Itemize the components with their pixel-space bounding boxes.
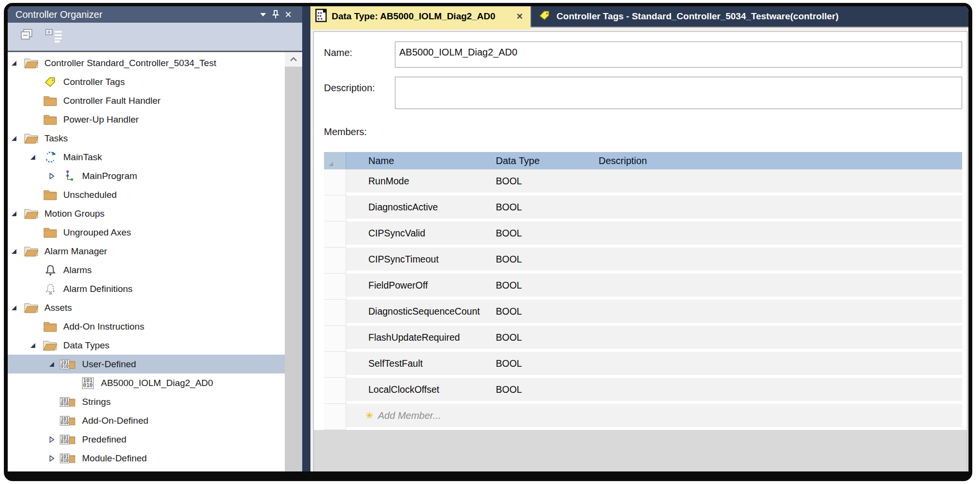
row-selector[interactable]: [324, 248, 346, 274]
tree-item-alarm-manager[interactable]: Alarm Manager: [8, 242, 285, 261]
tag-icon: [39, 76, 61, 88]
collapse-all-icon[interactable]: [17, 28, 35, 45]
tree-item-module-defined[interactable]: 101010Module-Defined: [8, 449, 285, 468]
column-header-description[interactable]: Description: [594, 155, 962, 166]
panel-splitter[interactable]: [302, 6, 310, 471]
tree-scrollbar[interactable]: [285, 52, 302, 471]
tree-item-label: Add-On-Defined: [82, 415, 148, 426]
expander-expanded-icon[interactable]: [8, 210, 20, 218]
member-name-cell[interactable]: FlashUpdateRequired: [346, 332, 491, 343]
row-selector[interactable]: [324, 169, 346, 195]
member-name-cell[interactable]: DiagnosticActive: [346, 202, 491, 213]
pin-icon[interactable]: [269, 8, 282, 21]
expander-expanded-icon[interactable]: [8, 59, 20, 67]
tree-item-strings[interactable]: 101010Strings: [8, 392, 285, 411]
expander-expanded-icon[interactable]: [8, 304, 20, 312]
expander-expanded-icon[interactable]: [27, 153, 39, 161]
column-header-data-type[interactable]: Data Type: [491, 155, 594, 166]
table-row[interactable]: LocalClockOffsetBOOL: [324, 378, 962, 404]
description-input[interactable]: [395, 77, 962, 109]
tab-data-type[interactable]: Data Type: AB5000_IOLM_Diag2_AD0 ×: [310, 6, 531, 27]
row-selector[interactable]: [324, 326, 346, 352]
table-row[interactable]: FlashUpdateRequiredBOOL: [324, 326, 962, 352]
tree-item-motion-groups[interactable]: Motion Groups: [8, 204, 285, 223]
table-row[interactable]: DiagnosticActiveBOOL: [324, 195, 962, 221]
tree-item-controller-standard-controller-5034-test[interactable]: Controller Standard_Controller_5034_Test: [8, 54, 285, 72]
member-name-cell[interactable]: RunMode: [346, 176, 491, 187]
table-row[interactable]: RunModeBOOL: [324, 169, 962, 195]
table-row[interactable]: DiagnosticSequenceCountBOOL: [324, 300, 962, 326]
member-name-cell[interactable]: DiagnosticSequenceCount: [346, 306, 491, 317]
row-selector[interactable]: [324, 352, 346, 378]
column-header-name[interactable]: Name: [346, 155, 491, 166]
member-name-cell[interactable]: CIPSyncTimeout: [346, 254, 491, 265]
member-type-cell[interactable]: BOOL: [491, 306, 594, 317]
tree-item-alarm-definitions[interactable]: Alarm Definitions: [8, 279, 285, 298]
window-position-chevron-icon[interactable]: [257, 8, 269, 21]
row-selector[interactable]: [324, 195, 346, 221]
tree-item-label: Alarm Definitions: [63, 284, 133, 294]
row-selector-header[interactable]: [324, 152, 346, 169]
tree-item-label: Add-On Instructions: [63, 321, 144, 332]
tree-item-data-types[interactable]: Data Types: [8, 336, 285, 355]
tree-item-maintask[interactable]: MainTask: [8, 148, 285, 166]
table-row[interactable]: SelfTestFaultBOOL: [324, 352, 962, 378]
tree-item-alarms[interactable]: Alarms: [8, 261, 285, 279]
tree-item-tasks[interactable]: Tasks: [8, 129, 285, 148]
tree-item-ungrouped-axes[interactable]: Ungrouped Axes: [8, 223, 285, 242]
expander-collapsed-icon[interactable]: [45, 455, 58, 462]
tree-item-mainprogram[interactable]: MainProgram: [8, 166, 285, 185]
expander-expanded-icon[interactable]: [8, 248, 20, 255]
tree-item-label: Alarm Manager: [44, 246, 107, 257]
row-selector[interactable]: [324, 378, 346, 404]
member-type-cell[interactable]: BOOL: [491, 358, 594, 369]
tab-close-icon[interactable]: ×: [517, 10, 527, 23]
name-input[interactable]: AB5000_IOLM_Diag2_AD0: [395, 41, 962, 68]
member-type-cell[interactable]: BOOL: [491, 228, 594, 239]
expander-expanded-icon[interactable]: [27, 342, 39, 349]
row-selector[interactable]: [324, 404, 346, 430]
member-type-cell[interactable]: BOOL: [491, 176, 594, 187]
tree-item-controller-fault-handler[interactable]: Controller Fault Handler: [8, 91, 285, 110]
row-selector[interactable]: [324, 274, 346, 300]
tree-item-label: Strings: [82, 397, 111, 407]
row-selector[interactable]: [324, 300, 346, 326]
new-component-icon[interactable]: [44, 28, 64, 45]
expander-collapsed-icon[interactable]: [45, 172, 58, 180]
table-row[interactable]: CIPSyncTimeoutBOOL: [324, 248, 962, 274]
program-icon: [58, 169, 80, 182]
folder-open-icon: [20, 132, 42, 145]
folder-open-icon: [20, 207, 42, 220]
member-type-cell[interactable]: BOOL: [491, 384, 594, 395]
expander-collapsed-icon[interactable]: [45, 436, 58, 443]
member-type-cell[interactable]: BOOL: [491, 254, 594, 265]
add-member-row[interactable]: ✳ Add Member...: [324, 404, 962, 430]
tree-item-controller-tags[interactable]: Controller Tags: [8, 72, 285, 91]
tree-item-add-on-instructions[interactable]: Add-On Instructions: [8, 317, 285, 336]
expander-expanded-icon[interactable]: [45, 360, 58, 368]
member-type-cell[interactable]: BOOL: [491, 202, 594, 213]
member-name-cell[interactable]: LocalClockOffset: [346, 384, 491, 395]
expander-expanded-icon[interactable]: [8, 135, 20, 142]
member-type-cell[interactable]: BOOL: [491, 332, 594, 343]
tree-item-unscheduled[interactable]: Unscheduled: [8, 185, 285, 204]
close-icon[interactable]: ×: [282, 8, 294, 21]
tree-item-ab5000-iolm-diag2-ad0[interactable]: 101010AB5000_IOLM_Diag2_AD0: [8, 373, 285, 392]
table-row[interactable]: FieldPowerOffBOOL: [324, 274, 962, 300]
tree-item-assets[interactable]: Assets: [8, 298, 285, 317]
tree-item-power-up-handler[interactable]: Power-Up Handler: [8, 110, 285, 129]
folder-icon: [39, 113, 61, 126]
add-member-label[interactable]: Add Member...: [378, 410, 441, 421]
row-selector[interactable]: [324, 221, 346, 248]
scroll-up-icon[interactable]: [285, 52, 302, 67]
tab-controller-tags[interactable]: Controller Tags - Standard_Controller_50…: [531, 6, 968, 27]
member-type-cell[interactable]: BOOL: [491, 280, 594, 291]
tree-item-add-on-defined[interactable]: 101010Add-On-Defined: [8, 411, 285, 430]
tree-item-predefined[interactable]: 101010Predefined: [8, 430, 285, 449]
member-name-cell[interactable]: SelfTestFault: [346, 358, 491, 369]
member-name-cell[interactable]: FieldPowerOff: [346, 280, 491, 291]
member-name-cell[interactable]: CIPSyncValid: [346, 228, 491, 239]
table-row[interactable]: CIPSyncValidBOOL: [324, 221, 962, 248]
tree-item-user-defined[interactable]: 101010User-Defined: [8, 355, 285, 373]
tree-item-label: Data Types: [63, 340, 110, 351]
